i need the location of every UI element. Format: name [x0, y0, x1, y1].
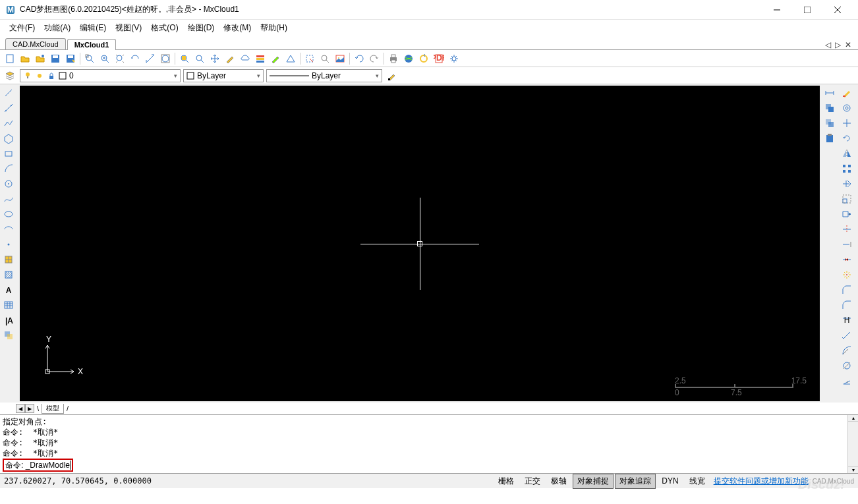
- break-icon[interactable]: [840, 252, 854, 267]
- dim-align-icon[interactable]: [840, 328, 854, 343]
- save-as-icon[interactable]: [63, 51, 78, 66]
- line-icon[interactable]: [1, 86, 16, 100]
- open-icon[interactable]: [18, 51, 32, 66]
- table-icon[interactable]: [1, 298, 16, 312]
- fillet-icon[interactable]: [840, 298, 854, 312]
- dim-radius-icon[interactable]: [840, 343, 854, 358]
- command-input-highlighted[interactable]: 命令: _DrawModle: [3, 459, 73, 472]
- zoom-realtime-icon[interactable]: [192, 51, 207, 66]
- select-icon[interactable]: [302, 51, 317, 66]
- minimize-button[interactable]: [762, 1, 792, 19]
- close-button[interactable]: [822, 1, 853, 19]
- erase-icon[interactable]: [840, 86, 854, 100]
- model-tab[interactable]: 模型: [42, 404, 64, 414]
- region-icon[interactable]: [1, 328, 16, 343]
- paste-icon[interactable]: [822, 131, 837, 146]
- osnap-toggle[interactable]: 对象捕捉: [573, 474, 614, 489]
- ortho-toggle[interactable]: 正交: [520, 474, 545, 489]
- dim-diameter-icon[interactable]: [840, 358, 854, 373]
- menu-edit[interactable]: 编辑(E): [76, 21, 110, 35]
- highlight-icon[interactable]: [268, 51, 283, 66]
- scroll-left-icon[interactable]: ◀: [16, 404, 25, 413]
- tab-prev-icon[interactable]: ◁: [824, 40, 832, 49]
- menu-draw[interactable]: 绘图(D): [184, 21, 219, 35]
- zoom-in-icon[interactable]: [98, 51, 112, 66]
- cloud-icon[interactable]: [238, 51, 252, 66]
- move-icon[interactable]: [840, 116, 854, 130]
- print-icon[interactable]: [386, 51, 401, 66]
- dim-icon[interactable]: [822, 86, 837, 100]
- menu-func[interactable]: 功能(A): [40, 21, 74, 35]
- scroll-right-icon[interactable]: ▶: [25, 404, 34, 413]
- brush-icon[interactable]: [385, 69, 399, 83]
- measure-icon[interactable]: [143, 51, 157, 66]
- refresh-icon[interactable]: [416, 51, 431, 66]
- redo-icon[interactable]: [367, 51, 382, 66]
- layer-dropdown[interactable]: 0 ▾: [20, 69, 181, 82]
- point-icon[interactable]: [1, 237, 16, 252]
- ellipse-icon[interactable]: [1, 207, 16, 221]
- hatch-icon[interactable]: [1, 267, 16, 282]
- array-icon[interactable]: [840, 161, 854, 176]
- linetype-dropdown[interactable]: ByLayer ▾: [266, 69, 382, 82]
- rotate-icon[interactable]: [840, 131, 854, 146]
- tab-close-icon[interactable]: ✕: [844, 40, 853, 49]
- zoom-all-icon[interactable]: [158, 51, 173, 66]
- trim-icon[interactable]: [840, 222, 854, 237]
- feedback-link[interactable]: 提交软件问题或增加新功能: [711, 476, 811, 487]
- color-dropdown[interactable]: ByLayer ▾: [183, 69, 264, 82]
- doctab-inactive[interactable]: CAD.MxCloud: [5, 38, 66, 49]
- layer-manager-icon[interactable]: [3, 69, 17, 83]
- image-icon[interactable]: [333, 51, 347, 66]
- triangle-icon[interactable]: [283, 51, 298, 66]
- lwt-toggle[interactable]: 线宽: [685, 474, 710, 489]
- dim-angular-icon[interactable]: [840, 374, 854, 388]
- spline-icon[interactable]: [1, 192, 16, 206]
- drawing-canvas[interactable]: Y X 2.5 17.5 0 7.5: [20, 86, 820, 401]
- otrack-toggle[interactable]: 对象追踪: [615, 474, 656, 489]
- zoom-prev-icon[interactable]: [128, 51, 142, 66]
- fireworks-icon[interactable]: [840, 267, 854, 282]
- open2-icon[interactable]: [33, 51, 47, 66]
- mtext-icon[interactable]: |A: [1, 313, 16, 327]
- stretch-icon[interactable]: [840, 207, 854, 221]
- layers-icon[interactable]: [253, 51, 268, 66]
- pdf-icon[interactable]: PDF: [432, 51, 446, 66]
- rectangle-icon[interactable]: [1, 146, 16, 161]
- zoom-window-icon[interactable]: [82, 51, 97, 66]
- menu-help[interactable]: 帮助(H): [256, 21, 291, 35]
- ellipse-arc-icon[interactable]: [1, 222, 16, 237]
- polyline-icon[interactable]: [1, 116, 16, 130]
- doctab-active[interactable]: MxCloud1: [67, 39, 117, 50]
- circle-icon[interactable]: [1, 177, 16, 191]
- pan-icon[interactable]: [208, 51, 222, 66]
- globe-icon[interactable]: [401, 51, 416, 66]
- dyn-toggle[interactable]: DYN: [657, 474, 683, 488]
- new-icon[interactable]: [3, 51, 17, 66]
- save-icon[interactable]: [48, 51, 63, 66]
- text-icon[interactable]: A: [1, 283, 16, 297]
- xline-icon[interactable]: [1, 101, 16, 115]
- dim-linear-icon[interactable]: H: [840, 313, 854, 327]
- menu-view[interactable]: 视图(V): [111, 21, 146, 35]
- tab-next-icon[interactable]: ▷: [834, 40, 842, 49]
- copy-icon[interactable]: [822, 101, 837, 115]
- arc-icon[interactable]: [1, 161, 16, 176]
- undo-icon[interactable]: [352, 51, 366, 66]
- mirror2-icon[interactable]: [840, 177, 854, 191]
- polygon-icon[interactable]: [1, 131, 16, 146]
- extend-icon[interactable]: [840, 237, 854, 252]
- menu-modify[interactable]: 修改(M): [219, 21, 255, 35]
- polar-toggle[interactable]: 极轴: [546, 474, 571, 489]
- maximize-button[interactable]: [792, 1, 822, 19]
- find-icon[interactable]: [318, 51, 332, 66]
- gear-icon[interactable]: [447, 51, 461, 66]
- scrollbar[interactable]: ▴ ▾: [847, 415, 858, 473]
- menu-format[interactable]: 格式(O): [147, 21, 182, 35]
- chamfer-icon[interactable]: [840, 283, 854, 297]
- snap-toggle[interactable]: 栅格: [494, 474, 519, 489]
- zoom-extents-icon[interactable]: [113, 51, 127, 66]
- offset-icon[interactable]: [840, 101, 854, 115]
- copy2-icon[interactable]: [822, 116, 837, 130]
- pencil-icon[interactable]: [223, 51, 237, 66]
